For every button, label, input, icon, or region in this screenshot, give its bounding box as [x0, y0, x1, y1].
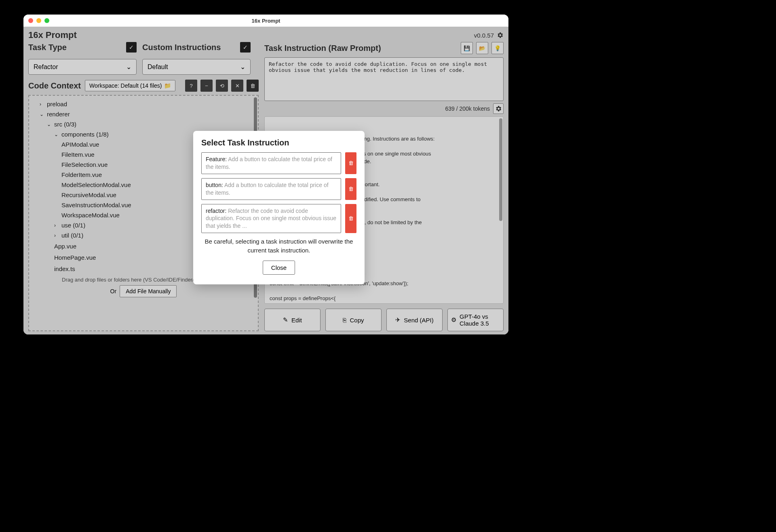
- delete-instruction-button[interactable]: 🗑: [345, 152, 356, 174]
- close-button[interactable]: Close: [263, 261, 295, 275]
- instruction-option[interactable]: Feature: Add a button to calculate the t…: [201, 152, 356, 174]
- close-window-icon[interactable]: [28, 18, 33, 23]
- app-content: 16x Prompt v0.0.57 Task Type ✓: [23, 27, 508, 334]
- minimize-window-icon[interactable]: [36, 18, 41, 23]
- trash-icon: 🗑: [348, 215, 354, 221]
- instruction-label: Feature:: [206, 156, 227, 162]
- select-task-instruction-modal: Select Task Instruction Feature: Add a b…: [193, 131, 365, 284]
- instruction-option[interactable]: button: Add a button to calculate the to…: [201, 178, 356, 200]
- instruction-label: refactor:: [206, 208, 226, 214]
- modal-warning: Be careful, selecting a task instruction…: [204, 237, 354, 255]
- window-title: 16x Prompt: [252, 18, 280, 24]
- instruction-text: Add a button to calculate the total pric…: [206, 182, 329, 196]
- modal-title: Select Task Instruction: [201, 138, 356, 147]
- trash-icon: 🗑: [348, 186, 354, 192]
- maximize-window-icon[interactable]: [44, 18, 49, 23]
- titlebar: 16x Prompt: [23, 15, 508, 27]
- delete-instruction-button[interactable]: 🗑: [345, 204, 356, 233]
- traffic-lights: [28, 18, 49, 23]
- instruction-label: button:: [206, 182, 223, 188]
- instruction-option[interactable]: refactor: Refactor the code to avoid cod…: [201, 204, 356, 233]
- app-window: 16x Prompt 16x Prompt v0.0.57 Task Type: [23, 15, 508, 334]
- delete-instruction-button[interactable]: 🗑: [345, 178, 356, 200]
- trash-icon: 🗑: [348, 160, 354, 166]
